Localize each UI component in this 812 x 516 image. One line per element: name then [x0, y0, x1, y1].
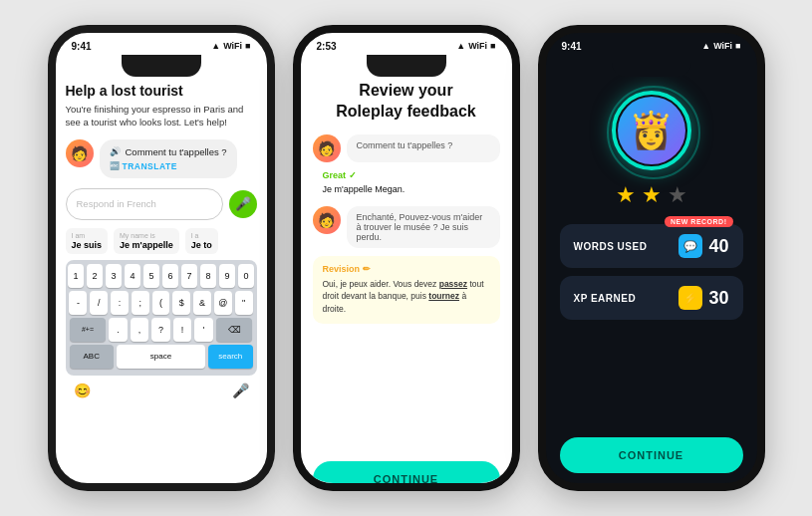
words-used-value: 40	[708, 236, 728, 257]
key-dash[interactable]: -	[69, 291, 87, 315]
bottom-bar-1: 😊 🎤	[66, 379, 257, 402]
key-semi[interactable]: ;	[132, 291, 149, 315]
key-colon[interactable]: :	[111, 291, 129, 315]
avatar-emoji: 👸	[629, 110, 674, 151]
key-search[interactable]: search	[208, 345, 253, 369]
notch-3	[612, 55, 691, 77]
phrase-label-3: I a	[191, 232, 212, 239]
phrase-chip-1[interactable]: I am Je suis	[66, 228, 109, 254]
chat-bubble-1: 🔊 Comment tu t'appelles ? 🔤 TRANSLATE	[100, 139, 237, 178]
xp-icon: ⚡	[678, 286, 702, 310]
phone1-title: Help a lost tourist	[66, 83, 257, 99]
key-7[interactable]: 7	[181, 264, 197, 288]
phrase-chip-3[interactable]: I a Je to	[185, 228, 218, 254]
key-row-bottom: ABC space search	[70, 345, 253, 369]
stars-row: ★ ★ ★	[560, 182, 743, 208]
phone3-content: 👸 ★ ★ ★ NEW RECORD! WORDS USED 💬 40	[546, 77, 757, 483]
key-period[interactable]: .	[109, 318, 127, 342]
words-icon: 💬	[678, 234, 702, 258]
battery-icon-2: ■	[490, 41, 495, 51]
time-3: 9:41	[562, 41, 582, 52]
revision-bold-2: tournez	[428, 291, 459, 301]
key-9[interactable]: 9	[219, 264, 235, 288]
key-amp[interactable]: &	[193, 291, 211, 315]
key-backspace[interactable]: ⌫	[216, 318, 253, 342]
phone1-content: Help a lost tourist You're finishing you…	[56, 77, 267, 491]
status-bar-1: 9:41 ▲ WiFi ■	[56, 33, 267, 55]
continue-button-3[interactable]: CONTINUE	[560, 437, 743, 473]
key-space[interactable]: space	[117, 345, 205, 369]
phrase-chip-2[interactable]: My name is Je m'appelle	[114, 228, 179, 254]
key-dollar[interactable]: $	[172, 291, 190, 315]
key-question[interactable]: ?	[151, 318, 169, 342]
xp-icon-symbol: ⚡	[683, 292, 697, 305]
key-6[interactable]: 6	[162, 264, 178, 288]
revision-text-1: Oui, je peux aider. Vous devez	[323, 279, 439, 289]
phone-1: 9:41 ▲ WiFi ■ Help a lost tourist You're…	[48, 25, 275, 491]
q2-text: Enchanté, Pouvez-vous m'aider à trouver …	[357, 212, 483, 242]
key-lparen[interactable]: (	[152, 291, 170, 315]
xp-earned-value: 30	[708, 288, 728, 309]
review-title: Review yourRoleplay feedback	[313, 81, 500, 123]
notch-1	[122, 55, 201, 77]
wifi-icon-2: WiFi	[468, 41, 487, 51]
phrase-label-1: I am	[72, 232, 103, 239]
key-exclaim[interactable]: !	[173, 318, 191, 342]
key-4[interactable]: 4	[125, 264, 140, 288]
key-comma[interactable]: ,	[131, 318, 148, 342]
key-at[interactable]: @	[214, 291, 232, 315]
key-row-numbers: 1 2 3 4 5 6 7 8 9 0	[70, 264, 253, 288]
translate-row[interactable]: 🔤 TRANSLATE	[110, 161, 227, 171]
review-a1: Great ✓ Je m'appelle Megan.	[313, 170, 500, 198]
key-quote[interactable]: "	[235, 291, 253, 315]
review-q1: 🧑 Comment tu t'appelles ?	[313, 134, 500, 162]
input-row: Respond in French 🎤	[66, 188, 257, 220]
revision-box: Revision ✏ Oui, je peux aider. Vous deve…	[313, 256, 500, 324]
key-row-symbols: - / : ; ( $ & @ "	[70, 291, 253, 315]
key-5[interactable]: 5	[143, 264, 159, 288]
key-row-special: #+= . , ? ! ' ⌫	[70, 318, 253, 342]
status-bar-2: 2:53 ▲ WiFi ■	[301, 33, 512, 55]
key-3[interactable]: 3	[106, 264, 122, 288]
emoji-icon[interactable]: 😊	[74, 383, 91, 398]
wifi-icon-1: WiFi	[223, 41, 242, 51]
key-apostrophe[interactable]: '	[194, 318, 212, 342]
key-abc[interactable]: ABC	[70, 345, 115, 369]
key-2[interactable]: 2	[87, 264, 103, 288]
great-tag: Great ✓	[323, 170, 500, 180]
keyboard: 1 2 3 4 5 6 7 8 9 0 - / : ; (	[66, 260, 257, 376]
input-placeholder: Respond in French	[77, 198, 156, 209]
translate-icon: 🔤	[110, 161, 120, 170]
avatar-container: 👸	[560, 91, 743, 170]
wifi-icon-3: WiFi	[713, 41, 732, 51]
sound-icon[interactable]: 🔊	[110, 146, 121, 156]
key-hashtag[interactable]: #+=	[70, 318, 107, 342]
status-icons-1: ▲ WiFi ■	[211, 41, 250, 51]
avatar-ring: 👸	[612, 91, 691, 170]
phone2-content: Review yourRoleplay feedback 🧑 Comment t…	[301, 77, 512, 491]
words-used-card: NEW RECORD! WORDS USED 💬 40	[560, 224, 743, 268]
quick-phrases: I am Je suis My name is Je m'appelle I a…	[66, 228, 257, 254]
review-bubble-1: Comment tu t'appelles ?	[347, 134, 500, 162]
battery-icon-3: ■	[735, 41, 740, 51]
signal-icon-2: ▲	[456, 41, 465, 51]
continue-button-2[interactable]: CONTINUE	[313, 461, 500, 491]
notch-2	[367, 55, 446, 77]
star-2: ★	[642, 182, 662, 208]
mic-bottom-icon[interactable]: 🎤	[232, 383, 249, 398]
key-8[interactable]: 8	[200, 264, 216, 288]
key-slash[interactable]: /	[90, 291, 108, 315]
translate-label: TRANSLATE	[123, 161, 177, 171]
review-q2: 🧑 Enchanté, Pouvez-vous m'aider à trouve…	[313, 206, 500, 248]
mic-button[interactable]: 🎤	[229, 190, 257, 218]
time-1: 9:41	[72, 41, 92, 52]
respond-input[interactable]: Respond in French	[66, 188, 223, 220]
xp-earned-card: XP EARNED ⚡ 30	[560, 276, 743, 320]
npc-avatar-1: 🧑	[66, 139, 94, 167]
review-avatar-2: 🧑	[313, 206, 341, 234]
key-0[interactable]: 0	[238, 264, 254, 288]
words-used-value-row: 💬 40	[678, 234, 728, 258]
star-3: ★	[668, 182, 687, 208]
signal-icon-1: ▲	[211, 41, 220, 51]
key-1[interactable]: 1	[68, 264, 84, 288]
